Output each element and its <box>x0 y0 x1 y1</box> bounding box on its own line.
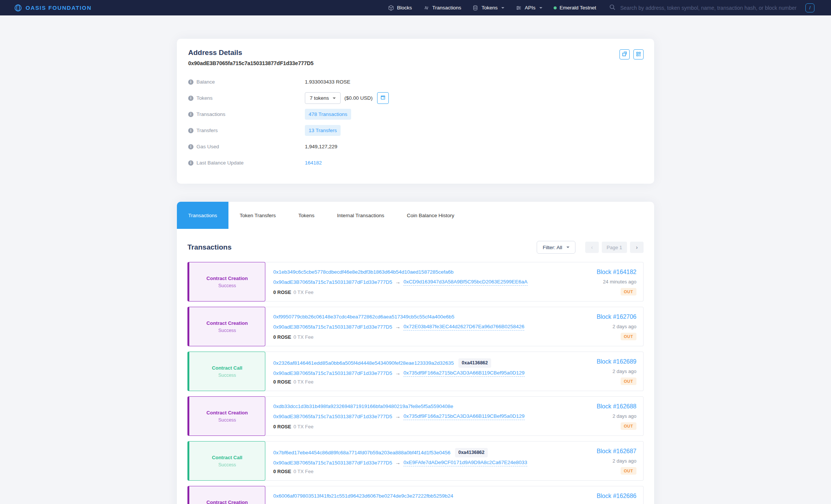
nav-item-tokens[interactable]: Tokens <box>472 5 504 11</box>
tab-coin-balance-history[interactable]: Coin Balance History <box>396 202 466 229</box>
tx-type-label: Contract Creation <box>207 276 248 281</box>
tx-from-link[interactable]: 0x90adE3B7065fa715c7a150313877dF1d33e777… <box>273 460 392 466</box>
oasis-logo-icon <box>14 4 22 12</box>
tokens-dropdown-value: 7 tokens <box>310 95 329 101</box>
last-balance-update-block-link[interactable]: 164182 <box>305 160 322 166</box>
tx-to-link[interactable]: 0xCD9d163947d3A58A9Bf5C95bcD2063E2599EE6… <box>403 279 528 286</box>
copy-icon <box>622 51 627 58</box>
filter-dropdown[interactable]: Filter: All <box>537 241 575 254</box>
nav-item-network[interactable]: Emerald Testnet <box>554 5 596 11</box>
search-shortcut-key: / <box>805 3 814 12</box>
tx-from-link[interactable]: 0x90adE3B7065fa715c7a150313877dF1d33e777… <box>273 324 392 330</box>
tx-hash-link[interactable]: 0xf9950779cbb26c06148e37cdc4bea772862cd6… <box>273 314 454 320</box>
direction-badge: OUT <box>621 422 636 430</box>
coins-icon <box>472 5 478 11</box>
chevron-down-icon <box>539 7 542 9</box>
brand-name: OASIS FOUNDATION <box>26 5 91 11</box>
tx-fee: 0 TX Fee <box>294 334 314 340</box>
brand-logo[interactable]: OASIS FOUNDATION <box>14 4 91 12</box>
nav-label: Transactions <box>432 5 461 11</box>
prev-page-button[interactable]: ‹ <box>585 242 599 253</box>
tx-timestamp: 2 days ago <box>612 324 636 329</box>
transactions-count-badge[interactable]: 478 Transactions <box>305 109 351 120</box>
tx-from-link[interactable]: 0x90adE3B7065fa715c7a150313877dF1d33e777… <box>273 413 392 420</box>
tx-method-badge: 0xa4136862 <box>455 448 488 457</box>
qr-code-button[interactable] <box>633 49 644 59</box>
tab-tokens[interactable]: Tokens <box>287 202 326 229</box>
transaction-row: Contract Creation Success 0xdb33dcc1d3b3… <box>187 396 644 436</box>
tokens-dropdown[interactable]: 7 tokens <box>305 92 341 104</box>
arrow-right-icon: → <box>395 460 400 466</box>
tx-to-link[interactable]: 0xE9FAfe7dADe9CF0171d9A9D9A8c2Ca67E24e80… <box>403 502 527 504</box>
tx-hash-link[interactable]: 0xdb33dcc1d3b31b498fa9232694871919166bfa… <box>273 403 453 410</box>
tx-block-link[interactable]: Block #162687 <box>597 448 636 455</box>
tx-to-link[interactable]: 0x72E03b487fe3EC44d2627D67Ea96d766B02584… <box>403 323 524 330</box>
tx-to-link[interactable]: 0x735df9F166a2715bCA3D3A66B119CBef95a0D1… <box>403 413 525 420</box>
tx-status-label: Success <box>218 328 236 333</box>
direction-badge: OUT <box>621 333 636 340</box>
tab-bar: Transactions Token Transfers Tokens Inte… <box>177 202 654 229</box>
tx-block-link[interactable]: Block #162706 <box>597 314 636 320</box>
search-icon <box>609 4 616 12</box>
tx-method-badge: 0xa4136862 <box>458 358 492 368</box>
search-input[interactable] <box>620 5 801 11</box>
nav-menu: Blocks Transactions Tokens <box>388 5 596 11</box>
tx-from-link[interactable]: 0x90adE3B7065fa715c7a150313877dF1d33e777… <box>273 279 392 285</box>
tx-hash-link[interactable]: 0x2326af8146461edd85a0bb6a505f4d4448e543… <box>273 360 454 366</box>
nav-item-blocks[interactable]: Blocks <box>388 5 412 11</box>
tab-internal-transactions[interactable]: Internal Transactions <box>326 202 396 229</box>
page-title: Address Details <box>188 49 643 57</box>
copy-address-button[interactable] <box>619 49 630 59</box>
gas-used-label: Gas Used <box>196 144 219 149</box>
tx-block-link[interactable]: Block #162689 <box>597 358 636 365</box>
tx-fee: 0 TX Fee <box>294 423 314 430</box>
transfers-row: i Transfers 13 Transfers <box>188 122 643 139</box>
tx-block-link[interactable]: Block #164182 <box>597 269 636 276</box>
tx-hash-link[interactable]: 0x6006af079803513f41fb21c551d96423d6067b… <box>273 493 453 499</box>
tx-timestamp: 2 days ago <box>612 413 636 419</box>
nav-item-apis[interactable]: APIs <box>516 5 542 11</box>
gas-used-row: i Gas Used 1,949,127,229 <box>188 139 643 155</box>
nav-item-transactions[interactable]: Transactions <box>423 5 461 11</box>
tab-token-transfers[interactable]: Token Transfers <box>228 202 287 229</box>
tx-fee: 0 TX Fee <box>294 289 314 295</box>
next-page-button[interactable]: › <box>630 242 644 253</box>
nav-label: Tokens <box>481 5 498 11</box>
tx-type-label: Contract Creation <box>207 410 248 416</box>
info-icon: i <box>188 128 193 133</box>
tab-transactions[interactable]: Transactions <box>177 202 228 229</box>
wallet-icon <box>380 94 386 102</box>
filter-label: Filter: All <box>543 245 562 250</box>
tx-status-label: Success <box>218 373 236 378</box>
transfers-label: Transfers <box>196 128 218 133</box>
tokens-usd-value: ($0.00 USD) <box>344 95 373 101</box>
nav-label: Blocks <box>397 5 412 11</box>
transfers-count-badge[interactable]: 13 Transfers <box>305 125 341 136</box>
info-icon: i <box>188 79 193 85</box>
tx-value: 0 ROSE <box>273 468 291 475</box>
transaction-row: Contract Creation Success 0xf9950779cbb2… <box>187 307 644 346</box>
gas-used-value: 1,949,127,229 <box>305 144 337 149</box>
tx-block-link[interactable]: Block #162688 <box>597 403 636 410</box>
tx-from-link[interactable]: 0x90adE3B7065fa715c7a150313877dF1d33e777… <box>273 370 392 376</box>
tx-block-link[interactable]: Block #162686 <box>597 493 636 499</box>
tx-to-link[interactable]: 0x735df9F166a2715bCA3D3A66B119CBef95a0D1… <box>403 370 525 377</box>
tx-to-link[interactable]: 0xE9FAfe7dADe9CF0171d9A9D9A8c2Ca67E24e80… <box>403 459 527 466</box>
tx-status-box: Contract Creation Success <box>187 486 265 504</box>
sliders-icon <box>516 5 522 11</box>
tx-status-box: Contract Creation Success <box>187 262 265 301</box>
tx-fee: 0 TX Fee <box>294 468 314 475</box>
wallet-button[interactable] <box>377 92 389 104</box>
tx-status-label: Success <box>218 417 236 423</box>
page-indicator: Page 1 <box>602 242 627 253</box>
transactions-row: i Transactions 478 Transactions <box>188 106 643 122</box>
info-icon: i <box>188 96 193 101</box>
transaction-row: Contract Creation Success 0x1eb349c6c5cb… <box>187 262 644 301</box>
tx-hash-link[interactable]: 0x1eb349c6c5cbe5778cdbecdf46e8e2bdf3b186… <box>273 269 454 275</box>
info-icon: i <box>188 144 193 149</box>
tx-hash-link[interactable]: 0x7bf6ed17ebe4454c86d89fc68a7714fd07b59a… <box>273 449 451 456</box>
tx-status-box: Contract Creation Success <box>187 396 265 436</box>
tx-timestamp: 2 days ago <box>612 368 636 374</box>
tx-value: 0 ROSE <box>273 289 291 295</box>
pagination: ‹ Page 1 › <box>585 242 644 253</box>
